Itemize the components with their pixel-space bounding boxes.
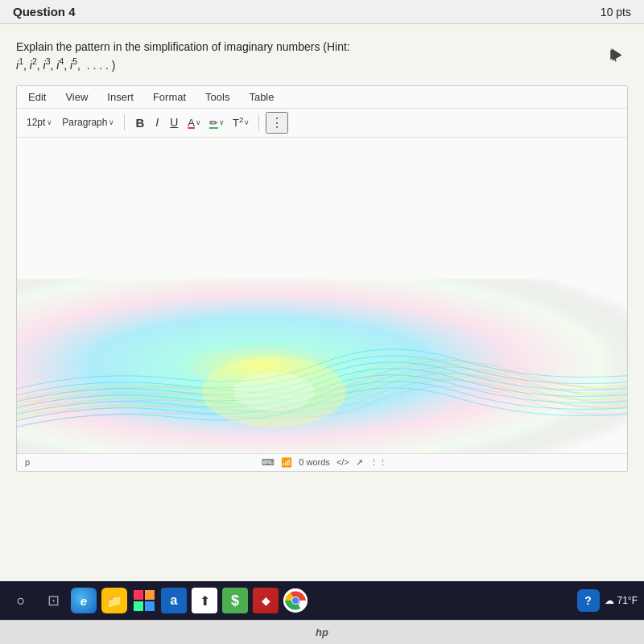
menu-view[interactable]: View — [62, 89, 91, 105]
toolbar-divider-1 — [124, 114, 125, 130]
menu-format[interactable]: Format — [150, 89, 189, 105]
menu-tools[interactable]: Tools — [202, 89, 233, 105]
font-color-chevron: ∨ — [196, 118, 201, 126]
menu-edit[interactable]: Edit — [25, 89, 49, 105]
grid-button[interactable]: ⋮⋮ — [369, 457, 387, 468]
svg-rect-4 — [145, 590, 155, 600]
question-header: Question 4 10 pts — [0, 0, 644, 24]
font-size-select[interactable]: 12pt ∨ — [23, 115, 56, 130]
more-options-button[interactable]: ⋮ — [266, 112, 288, 134]
keyboard-icon: ⌨ — [262, 457, 275, 468]
superscript-label: T2 — [233, 115, 243, 129]
italic-button[interactable]: I — [151, 114, 163, 130]
main-content: Explain the pattern in the simplificatio… — [0, 24, 644, 581]
menu-bar: Edit View Insert Format Tools Table — [17, 86, 627, 109]
taskbar-icon-anki[interactable]: a — [161, 588, 187, 613]
highlight-label: ✏ — [209, 117, 218, 129]
wifi-icon: 📶 — [281, 457, 292, 468]
paragraph-style-select[interactable]: Paragraph ∨ — [59, 115, 118, 130]
code-button[interactable]: </> — [336, 457, 349, 467]
svg-rect-0 — [17, 279, 627, 453]
question-title: Question 4 — [13, 5, 76, 19]
question-points: 10 pts — [601, 6, 631, 19]
expand-button[interactable]: ↗ — [356, 457, 363, 468]
font-color-label: A — [188, 117, 195, 129]
highlight-chevron: ∨ — [219, 118, 225, 126]
taskbar-weather: ☁ 71°F — [605, 595, 638, 606]
wave-svg — [17, 279, 627, 453]
superscript-chevron: ∨ — [244, 118, 250, 126]
hp-bar: hp — [0, 620, 644, 644]
weather-temp: 71°F — [617, 595, 638, 606]
statusbar-left: p — [25, 457, 30, 467]
wave-overlay — [17, 279, 627, 453]
hp-logo: hp — [316, 626, 328, 638]
svg-rect-3 — [134, 590, 143, 600]
paragraph-chevron: ∨ — [109, 118, 114, 126]
paragraph-value: Paragraph — [62, 117, 107, 128]
taskbar-icon-notion[interactable]: ⬆ — [192, 588, 217, 613]
question-line1: Explain the pattern in the simplificatio… — [16, 39, 628, 56]
editor-container: Edit View Insert Format Tools Table 12pt… — [16, 85, 628, 472]
font-size-chevron: ∨ — [47, 118, 52, 126]
more-icon: ⋮ — [270, 116, 283, 130]
svg-point-10 — [292, 597, 299, 604]
start-button[interactable]: ○ — [6, 586, 35, 615]
taskbar-help-icon[interactable]: ? — [577, 589, 600, 612]
word-count: 0 words — [299, 457, 330, 467]
statusbar-center: ⌨ 📶 0 words </> ↗ ⋮⋮ — [262, 457, 386, 468]
taskbar-icon-edge[interactable]: e — [71, 588, 97, 613]
page-indicator: p — [25, 457, 30, 467]
taskbar-icon-chrome[interactable] — [283, 588, 308, 613]
svg-rect-5 — [134, 601, 143, 611]
taskbar-icon-nuphy[interactable]: ◆ — [253, 588, 279, 613]
editor-body[interactable] — [17, 138, 627, 453]
screen: Question 4 10 pts Explain the pattern in… — [0, 0, 644, 644]
menu-insert[interactable]: Insert — [104, 89, 137, 105]
svg-point-1 — [201, 357, 346, 427]
toolbar: 12pt ∨ Paragraph ∨ B I — [17, 109, 627, 138]
taskbar-icon-files[interactable]: 📁 — [101, 588, 127, 613]
highlight-btn[interactable]: ✏ ∨ — [207, 115, 227, 130]
svg-rect-6 — [145, 601, 155, 611]
underline-label: U — [170, 116, 178, 129]
taskbar: ○ ⊡ e 📁 a ⬆ $ ◆ — [0, 581, 644, 620]
toolbar-divider-2 — [258, 114, 259, 130]
menu-table[interactable]: Table — [246, 89, 277, 105]
font-size-value: 12pt — [27, 117, 45, 128]
bold-label: B — [135, 116, 144, 130]
weather-icon: ☁ — [605, 595, 614, 606]
italic-label: I — [155, 116, 159, 129]
question-text: Explain the pattern in the simplificatio… — [16, 39, 628, 74]
superscript-btn[interactable]: T2 ∨ — [230, 114, 252, 130]
taskbar-icon-windows[interactable] — [132, 588, 156, 613]
svg-point-2 — [233, 373, 314, 411]
question-line2: i1, i2, i3, i4, i5, . . . . ) — [16, 56, 628, 74]
editor-canvas[interactable] — [17, 138, 627, 453]
font-color-btn[interactable]: A ∨ — [185, 115, 204, 130]
taskbar-icon-taskview[interactable]: ⊡ — [40, 588, 66, 613]
underline-button[interactable]: U — [166, 114, 182, 130]
bold-button[interactable]: B — [131, 114, 148, 131]
editor-statusbar: p ⌨ 📶 0 words </> ↗ ⋮⋮ — [17, 453, 627, 471]
taskbar-icon-dollar[interactable]: $ — [222, 588, 248, 613]
